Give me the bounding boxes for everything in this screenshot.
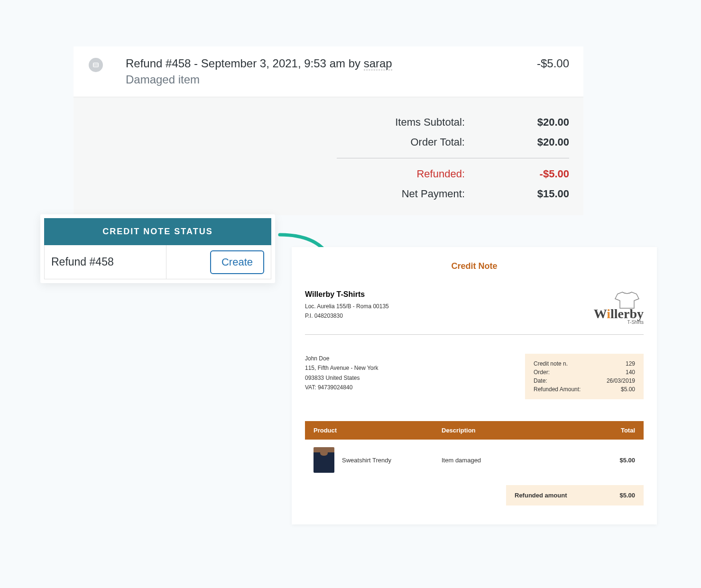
- customer-address: 115, Fifth Avenue - New York: [305, 363, 378, 373]
- refund-amount: -$5.00: [537, 57, 569, 70]
- customer-zip-country: 093833 United States: [305, 373, 378, 383]
- company-address: Loc. Aurelia 155/B - Roma 00135: [305, 302, 389, 311]
- company-vat: P.I. 048203830: [305, 311, 389, 321]
- refund-card: Refund #458 - September 3, 2021, 9:53 am…: [74, 46, 583, 215]
- th-total: Total: [592, 427, 635, 434]
- refund-title: Refund #458 - September 3, 2021, 9:53 am…: [126, 57, 537, 70]
- company-info: Willerby T-Shirts Loc. Aurelia 155/B - R…: [305, 290, 389, 321]
- refund-user-link[interactable]: sarap: [364, 57, 392, 70]
- customer-vat: VAT: 94739024840: [305, 383, 378, 392]
- meta-order-label: Order:: [534, 369, 550, 376]
- th-description: Description: [442, 427, 592, 434]
- status-panel-header: CREDIT NOTE STATUS: [44, 218, 271, 245]
- company-name: Willerby T-Shirts: [305, 290, 389, 299]
- product-description: Item damaged: [442, 457, 592, 464]
- status-refund-label: Refund #458: [45, 245, 166, 279]
- company-logo: Willerby T-Shirts: [594, 290, 644, 325]
- refunded-label: Refunded:: [341, 168, 465, 180]
- net-payment-value: $15.00: [503, 188, 569, 200]
- meta-credit-num: 129: [626, 360, 635, 367]
- credit-note-document: Credit Note Willerby T-Shirts Loc. Aurel…: [292, 247, 657, 524]
- meta-order: 140: [626, 369, 635, 376]
- totals-divider: [337, 158, 569, 158]
- meta-date: 26/03/2019: [607, 377, 635, 384]
- subtotal-value: $20.00: [503, 116, 569, 129]
- line-items-header: Product Description Total: [305, 421, 644, 440]
- refund-reason: Damaged item: [126, 73, 537, 86]
- refund-icon: [89, 58, 103, 72]
- product-name: Sweatshirt Trendy: [342, 457, 391, 464]
- credit-note-title: Credit Note: [305, 261, 644, 271]
- order-totals: Items Subtotal: $20.00 Order Total: $20.…: [74, 97, 583, 215]
- th-product: Product: [314, 427, 442, 434]
- subtotal-label: Items Subtotal:: [341, 116, 465, 129]
- meta-refunded-label: Refunded Amount:: [534, 386, 581, 393]
- credit-note-status-panel: CREDIT NOTE STATUS Refund #458 Create: [40, 214, 275, 283]
- footer-label: Refunded amount: [515, 492, 567, 499]
- customer-name: John Doe: [305, 354, 378, 363]
- refunded-amount-footer: Refunded amount $5.00: [506, 485, 644, 505]
- order-total-label: Order Total:: [341, 136, 465, 148]
- footer-value: $5.00: [619, 492, 635, 499]
- refunded-value: -$5.00: [503, 168, 569, 180]
- meta-credit-num-label: Credit note n.: [534, 360, 568, 367]
- line-item-row: Sweatshirt Trendy Item damaged $5.00: [305, 440, 644, 480]
- refund-header: Refund #458 - September 3, 2021, 9:53 am…: [74, 46, 583, 97]
- order-total-value: $20.00: [503, 136, 569, 148]
- net-payment-label: Net Payment:: [341, 188, 465, 200]
- meta-refunded: $5.00: [621, 386, 635, 393]
- product-thumbnail: [314, 447, 334, 473]
- meta-date-label: Date:: [534, 377, 547, 384]
- credit-note-meta: Credit note n.129 Order:140 Date:26/03/2…: [525, 354, 644, 399]
- create-button[interactable]: Create: [210, 250, 264, 274]
- customer-info: John Doe 115, Fifth Avenue - New York 09…: [305, 354, 378, 399]
- product-total: $5.00: [592, 457, 635, 464]
